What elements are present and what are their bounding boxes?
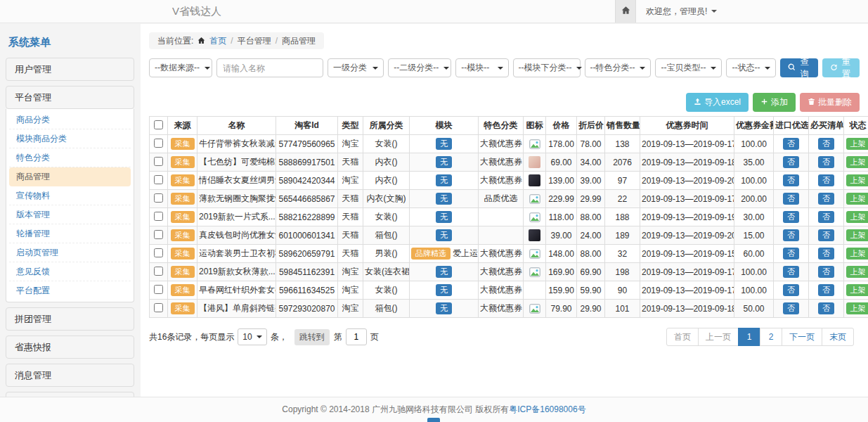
search-button[interactable]: 查询 — [780, 58, 817, 77]
sidebar-item[interactable]: 商品管理 — [9, 167, 131, 186]
must-buy-badge[interactable]: 否 — [818, 193, 834, 205]
product-category: 女装() — [363, 281, 410, 300]
sidebar-item[interactable]: 模块商品分类 — [9, 129, 131, 148]
sidebar-item[interactable]: 宣传物料 — [9, 186, 131, 205]
must-buy-badge[interactable]: 否 — [818, 211, 834, 223]
row-checkbox[interactable] — [154, 139, 163, 148]
import-pick-badge[interactable]: 否 — [783, 302, 799, 314]
batch-delete-button[interactable]: 批量删除 — [800, 93, 860, 112]
topbar-right: 欢迎您，管理员! — [615, 0, 868, 23]
page-button[interactable]: 2 — [760, 328, 782, 346]
chevron-down-icon — [257, 335, 262, 338]
filter-select-data-source[interactable]: --数据来源-- — [149, 58, 212, 77]
import-pick-badge[interactable]: 否 — [783, 138, 799, 150]
home-button[interactable] — [615, 0, 636, 23]
sidebar-panel-header-platform-mgmt[interactable]: 平台管理 — [6, 86, 134, 109]
row-checkbox[interactable] — [154, 193, 163, 203]
sidebar-item[interactable]: 版本管理 — [9, 205, 131, 224]
filter-select-module-sub-category[interactable]: --模块下分类-- — [513, 58, 581, 77]
page-button[interactable]: 下一页 — [782, 328, 822, 346]
sidebar-item[interactable]: 轮播管理 — [9, 224, 131, 243]
status-badge[interactable]: 上架 — [846, 138, 868, 150]
status-badge[interactable]: 上架 — [846, 229, 868, 241]
sidebar-panel-header-message-mgmt[interactable]: 消息管理 — [6, 364, 134, 387]
page-button[interactable]: 上一页 — [698, 328, 739, 346]
per-page-value: 10 — [242, 332, 252, 342]
user-menu[interactable]: 欢迎您，管理员! — [636, 0, 868, 23]
pagination-bar: 共16条记录，每页显示 10 条， 跳转到 第 页 首页上一页12下一页末页 — [149, 328, 860, 346]
sales-count: 188 — [605, 208, 640, 226]
must-buy-badge[interactable]: 否 — [818, 156, 834, 168]
row-checkbox[interactable] — [154, 175, 163, 184]
row-checkbox[interactable] — [154, 230, 163, 239]
import-pick-badge[interactable]: 否 — [783, 193, 799, 205]
icp-link[interactable]: 粤ICP备16098006号 — [509, 404, 585, 414]
must-buy-badge[interactable]: 否 — [818, 302, 834, 314]
import-pick-badge[interactable]: 否 — [783, 211, 799, 223]
status-badge[interactable]: 上架 — [846, 174, 868, 186]
module-badge: 无 — [436, 193, 452, 205]
row-checkbox[interactable] — [154, 285, 163, 294]
must-buy-badge[interactable]: 否 — [818, 266, 834, 278]
import-pick-badge[interactable]: 否 — [783, 284, 799, 296]
sidebar-panel-header-user-mgmt[interactable]: 用户管理 — [6, 58, 134, 81]
row-checkbox[interactable] — [154, 303, 163, 312]
filter-select-status[interactable]: --状态-- — [726, 58, 776, 77]
must-buy-badge[interactable]: 否 — [818, 229, 834, 241]
sidebar-item[interactable]: 特色分类 — [9, 148, 131, 167]
per-page-select[interactable]: 10 — [238, 328, 266, 345]
breadcrumb-item[interactable]: 平台管理 — [238, 35, 271, 47]
filter-select-item-type[interactable]: --宝贝类型-- — [655, 58, 722, 77]
import-pick-badge[interactable]: 否 — [783, 174, 799, 186]
sidebar-item[interactable]: 启动页管理 — [9, 243, 131, 262]
row-checkbox[interactable] — [154, 212, 163, 221]
sidebar-item[interactable]: 商品分类 — [9, 110, 131, 129]
jump-button[interactable]: 跳转到 — [294, 329, 330, 345]
status-badge[interactable]: 上架 — [846, 248, 868, 260]
must-buy-badge[interactable]: 否 — [818, 248, 834, 260]
status-badge[interactable]: 上架 — [846, 193, 868, 205]
app-title: V省钱达人 — [172, 5, 221, 18]
must-buy-badge[interactable]: 否 — [818, 174, 834, 186]
page-button[interactable]: 1 — [738, 328, 760, 346]
import-pick-badge[interactable]: 否 — [783, 266, 799, 278]
column-header: 价格 — [546, 117, 577, 135]
filter-select-label: 一级分类 — [333, 62, 367, 74]
jump-page-input[interactable] — [346, 328, 367, 345]
coupon-time: 2019-09-13—2019-09-17 — [640, 135, 734, 153]
breadcrumb-home-link[interactable]: 首页 — [209, 35, 226, 47]
filter-select-category-l2[interactable]: --二级分类-- — [388, 58, 451, 77]
add-button[interactable]: 添加 — [753, 93, 796, 112]
import-pick-badge[interactable]: 否 — [783, 229, 799, 241]
filter-select-feature-category[interactable]: --特色分类-- — [585, 58, 652, 77]
status-badge[interactable]: 上架 — [846, 156, 868, 168]
row-checkbox[interactable] — [154, 248, 163, 257]
status-badge[interactable]: 上架 — [846, 211, 868, 223]
sidebar-panel-header-savings-news[interactable]: 省惠快报 — [6, 335, 134, 359]
must-buy-badge[interactable]: 否 — [818, 138, 834, 150]
reset-button[interactable]: 重置 — [822, 58, 860, 77]
import-pick-badge[interactable]: 否 — [783, 156, 799, 168]
page-button[interactable]: 首页 — [666, 328, 699, 346]
product-type: 淘宝 — [338, 172, 363, 190]
select-all-checkbox[interactable] — [154, 120, 163, 129]
row-checkbox[interactable] — [154, 267, 163, 276]
import-pick-badge[interactable]: 否 — [783, 248, 799, 260]
filter-select-category-l1[interactable]: 一级分类 — [328, 58, 384, 77]
status-badge[interactable]: 上架 — [846, 284, 868, 296]
status-badge[interactable]: 上架 — [846, 266, 868, 278]
name-search-input[interactable] — [216, 58, 323, 77]
discount-price: 29.90 — [577, 300, 605, 318]
filter-select-module[interactable]: --模块-- — [455, 58, 508, 77]
table-row: 采集运动套装男士卫衣初秋...589620659791天猫男装()品牌精选爱上运… — [150, 245, 868, 263]
page-button[interactable]: 末页 — [822, 328, 854, 346]
import-excel-button[interactable]: 导入excel — [686, 93, 749, 112]
must-buy-badge[interactable]: 否 — [818, 284, 834, 296]
taoke-id: 565446685867 — [276, 190, 338, 208]
row-checkbox[interactable] — [154, 157, 163, 166]
sidebar-item[interactable]: 意见反馈 — [9, 262, 131, 281]
sidebar-panel-header-group-buy-mgmt[interactable]: 拼团管理 — [6, 307, 134, 331]
product-category: 内衣() — [363, 153, 410, 172]
status-badge[interactable]: 上架 — [846, 302, 868, 314]
sidebar-item[interactable]: 平台配置 — [9, 281, 131, 300]
